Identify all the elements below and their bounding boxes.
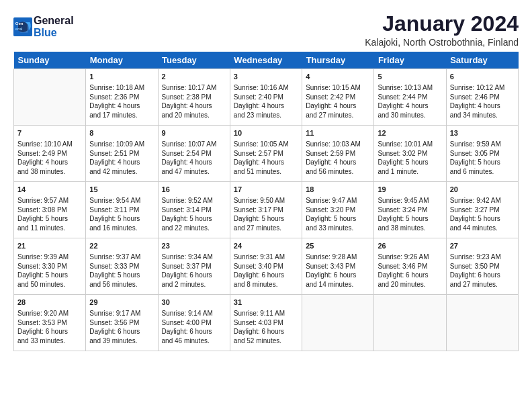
main-title: January 2024 bbox=[365, 12, 519, 36]
logo-blue: Blue bbox=[34, 27, 74, 39]
calendar-week-2: 7Sunrise: 10:10 AMSunset: 2:49 PMDayligh… bbox=[14, 126, 519, 182]
col-wednesday: Wednesday bbox=[230, 52, 302, 69]
date-number: 14 bbox=[17, 185, 82, 195]
cell-info: Sunrise: 10:01 AMSunset: 3:02 PMDaylight… bbox=[378, 140, 442, 176]
title-block: January 2024 Kalajoki, North Ostrobothni… bbox=[365, 12, 519, 48]
col-tuesday: Tuesday bbox=[158, 52, 230, 69]
calendar-cell: 12Sunrise: 10:01 AMSunset: 3:02 PMDaylig… bbox=[374, 126, 446, 182]
date-number: 18 bbox=[306, 185, 370, 195]
calendar-week-5: 28Sunrise: 9:20 AMSunset: 3:53 PMDayligh… bbox=[14, 295, 519, 351]
date-number: 20 bbox=[450, 185, 515, 195]
cell-info: Sunrise: 10:12 AMSunset: 2:46 PMDaylight… bbox=[450, 83, 515, 120]
date-number: 1 bbox=[89, 72, 154, 82]
date-number: 9 bbox=[162, 128, 226, 138]
page: Gen eral General Blue January 2024 Kalaj… bbox=[0, 0, 532, 358]
cell-info: Sunrise: 9:20 AMSunset: 3:53 PMDaylight:… bbox=[17, 309, 82, 345]
cell-info: Sunrise: 10:15 AMSunset: 2:42 PMDaylight… bbox=[306, 83, 370, 120]
cell-info: Sunrise: 10:07 AMSunset: 2:54 PMDaylight… bbox=[162, 140, 226, 176]
calendar-cell: 18Sunrise: 9:47 AMSunset: 3:20 PMDayligh… bbox=[302, 182, 374, 238]
calendar-table: Sunday Monday Tuesday Wednesday Thursday… bbox=[13, 52, 519, 351]
cell-info: Sunrise: 9:37 AMSunset: 3:33 PMDaylight:… bbox=[89, 253, 154, 289]
cell-info: Sunrise: 9:54 AMSunset: 3:11 PMDaylight:… bbox=[89, 196, 154, 232]
calendar-cell: 7Sunrise: 10:10 AMSunset: 2:49 PMDayligh… bbox=[14, 126, 86, 182]
date-number: 5 bbox=[378, 72, 442, 82]
calendar-week-1: 1Sunrise: 10:18 AMSunset: 2:36 PMDayligh… bbox=[14, 69, 519, 126]
calendar-cell: 31Sunrise: 9:11 AMSunset: 4:03 PMDayligh… bbox=[230, 295, 302, 351]
cell-info: Sunrise: 9:34 AMSunset: 3:37 PMDaylight:… bbox=[162, 253, 226, 289]
calendar-cell: 6Sunrise: 10:12 AMSunset: 2:46 PMDayligh… bbox=[446, 69, 518, 126]
date-number: 6 bbox=[450, 72, 515, 82]
date-number: 4 bbox=[306, 72, 370, 82]
cell-info: Sunrise: 10:18 AMSunset: 2:36 PMDaylight… bbox=[89, 83, 154, 120]
date-number: 10 bbox=[234, 128, 298, 138]
calendar-cell: 29Sunrise: 9:17 AMSunset: 3:56 PMDayligh… bbox=[86, 295, 158, 351]
calendar-cell: 11Sunrise: 10:03 AMSunset: 2:59 PMDaylig… bbox=[302, 126, 374, 182]
logo: Gen eral General Blue bbox=[13, 15, 74, 38]
cell-info: Sunrise: 9:57 AMSunset: 3:08 PMDaylight:… bbox=[17, 196, 82, 232]
calendar-cell bbox=[14, 69, 86, 126]
date-number: 29 bbox=[89, 298, 154, 308]
date-number: 16 bbox=[162, 185, 226, 195]
cell-info: Sunrise: 9:31 AMSunset: 3:40 PMDaylight:… bbox=[234, 253, 298, 289]
cell-info: Sunrise: 9:52 AMSunset: 3:14 PMDaylight:… bbox=[162, 196, 226, 232]
header: Gen eral General Blue January 2024 Kalaj… bbox=[13, 12, 519, 48]
logo-icon: Gen eral bbox=[13, 17, 32, 36]
date-number: 15 bbox=[89, 185, 154, 195]
calendar-cell: 2Sunrise: 10:17 AMSunset: 2:38 PMDayligh… bbox=[158, 69, 230, 126]
calendar-week-4: 21Sunrise: 9:39 AMSunset: 3:30 PMDayligh… bbox=[14, 238, 519, 295]
calendar-body: 1Sunrise: 10:18 AMSunset: 2:36 PMDayligh… bbox=[14, 69, 519, 351]
logo-text: General Blue bbox=[34, 15, 74, 38]
calendar-cell bbox=[446, 295, 518, 351]
calendar-cell: 25Sunrise: 9:28 AMSunset: 3:43 PMDayligh… bbox=[302, 238, 374, 295]
date-number: 21 bbox=[17, 241, 82, 251]
calendar-cell: 10Sunrise: 10:05 AMSunset: 2:57 PMDaylig… bbox=[230, 126, 302, 182]
calendar-cell: 8Sunrise: 10:09 AMSunset: 2:51 PMDayligh… bbox=[86, 126, 158, 182]
cell-info: Sunrise: 9:45 AMSunset: 3:24 PMDaylight:… bbox=[378, 196, 442, 232]
date-number: 19 bbox=[378, 185, 442, 195]
date-number: 28 bbox=[17, 298, 82, 308]
date-number: 7 bbox=[17, 128, 82, 138]
cell-info: Sunrise: 9:42 AMSunset: 3:27 PMDaylight:… bbox=[450, 196, 515, 232]
date-number: 31 bbox=[234, 298, 298, 308]
date-number: 30 bbox=[162, 298, 226, 308]
calendar-cell: 14Sunrise: 9:57 AMSunset: 3:08 PMDayligh… bbox=[14, 182, 86, 238]
calendar-cell: 24Sunrise: 9:31 AMSunset: 3:40 PMDayligh… bbox=[230, 238, 302, 295]
calendar-cell: 26Sunrise: 9:26 AMSunset: 3:46 PMDayligh… bbox=[374, 238, 446, 295]
date-number: 2 bbox=[162, 72, 226, 82]
calendar-cell: 1Sunrise: 10:18 AMSunset: 2:36 PMDayligh… bbox=[86, 69, 158, 126]
calendar-cell: 28Sunrise: 9:20 AMSunset: 3:53 PMDayligh… bbox=[14, 295, 86, 351]
date-number: 26 bbox=[378, 241, 442, 251]
calendar-cell: 3Sunrise: 10:16 AMSunset: 2:40 PMDayligh… bbox=[230, 69, 302, 126]
cell-info: Sunrise: 9:17 AMSunset: 3:56 PMDaylight:… bbox=[89, 309, 154, 345]
col-monday: Monday bbox=[86, 52, 158, 69]
calendar-cell bbox=[302, 295, 374, 351]
cell-info: Sunrise: 9:47 AMSunset: 3:20 PMDaylight:… bbox=[306, 196, 370, 232]
cell-info: Sunrise: 9:14 AMSunset: 4:00 PMDaylight:… bbox=[162, 309, 226, 345]
date-number: 12 bbox=[378, 128, 442, 138]
calendar-cell: 20Sunrise: 9:42 AMSunset: 3:27 PMDayligh… bbox=[446, 182, 518, 238]
col-saturday: Saturday bbox=[446, 52, 518, 69]
cell-info: Sunrise: 10:03 AMSunset: 2:59 PMDaylight… bbox=[306, 140, 370, 176]
date-number: 8 bbox=[89, 128, 154, 138]
calendar-cell: 27Sunrise: 9:23 AMSunset: 3:50 PMDayligh… bbox=[446, 238, 518, 295]
cell-info: Sunrise: 10:05 AMSunset: 2:57 PMDaylight… bbox=[234, 140, 298, 176]
cell-info: Sunrise: 9:39 AMSunset: 3:30 PMDaylight:… bbox=[17, 253, 82, 289]
calendar-cell: 5Sunrise: 10:13 AMSunset: 2:44 PMDayligh… bbox=[374, 69, 446, 126]
cell-info: Sunrise: 9:11 AMSunset: 4:03 PMDaylight:… bbox=[234, 309, 298, 345]
cell-info: Sunrise: 10:09 AMSunset: 2:51 PMDaylight… bbox=[89, 140, 154, 176]
cell-info: Sunrise: 10:16 AMSunset: 2:40 PMDaylight… bbox=[234, 83, 298, 120]
cell-info: Sunrise: 9:23 AMSunset: 3:50 PMDaylight:… bbox=[450, 253, 515, 289]
calendar-cell: 15Sunrise: 9:54 AMSunset: 3:11 PMDayligh… bbox=[86, 182, 158, 238]
date-number: 23 bbox=[162, 241, 226, 251]
calendar-cell: 30Sunrise: 9:14 AMSunset: 4:00 PMDayligh… bbox=[158, 295, 230, 351]
cell-info: Sunrise: 10:10 AMSunset: 2:49 PMDaylight… bbox=[17, 140, 82, 176]
date-number: 17 bbox=[234, 185, 298, 195]
calendar-cell: 16Sunrise: 9:52 AMSunset: 3:14 PMDayligh… bbox=[158, 182, 230, 238]
calendar-cell bbox=[374, 295, 446, 351]
cell-info: Sunrise: 9:28 AMSunset: 3:43 PMDaylight:… bbox=[306, 253, 370, 289]
date-number: 25 bbox=[306, 241, 370, 251]
col-friday: Friday bbox=[374, 52, 446, 69]
col-thursday: Thursday bbox=[302, 52, 374, 69]
calendar-week-3: 14Sunrise: 9:57 AMSunset: 3:08 PMDayligh… bbox=[14, 182, 519, 238]
date-number: 27 bbox=[450, 241, 515, 251]
